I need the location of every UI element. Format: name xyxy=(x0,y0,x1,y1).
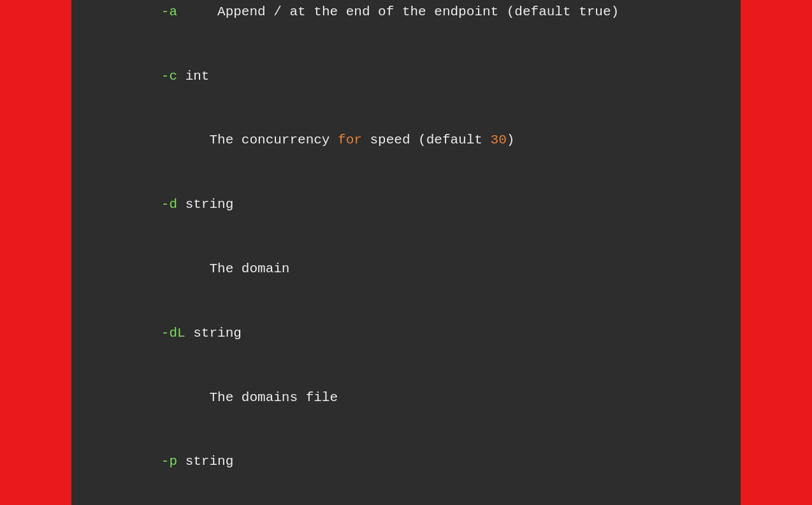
flag-c-paren-close: ) xyxy=(507,133,515,147)
flag-dl-desc-line: The domains file xyxy=(97,365,715,430)
flag-c-desc-indent: The concurrency xyxy=(145,133,338,147)
flag-d-desc-line: The domain xyxy=(97,237,715,301)
flag-c: -c xyxy=(145,69,177,84)
flag-c-header-line: -c int xyxy=(97,44,715,108)
flag-dl-type: string xyxy=(185,326,242,340)
flag-c-default-val: 30 xyxy=(491,133,507,147)
flag-p-desc-line: The parameters to gen wordlist xyxy=(97,494,715,505)
flag-a-description: Append / at the end of the endpoint (def… xyxy=(177,4,619,19)
flag-d-description: The domain xyxy=(145,261,290,276)
flag-p-header-line: -p string xyxy=(97,430,715,494)
flag-c-desc-rest: speed (default xyxy=(362,133,491,147)
flag-c-desc-line: The concurrency for speed (default 30) xyxy=(97,108,715,173)
flag-d: -d xyxy=(145,197,177,212)
flag-c-type: int xyxy=(177,69,209,84)
flag-dl-description: The domains file xyxy=(145,390,338,405)
flag-dl: -dL xyxy=(145,326,185,340)
flag-a-line: -a Append / at the end of the endpoint (… xyxy=(97,0,715,44)
terminal-content: Usage of wordlistgen: -a Append / at the… xyxy=(71,0,741,505)
flag-a: -a xyxy=(145,4,177,19)
terminal-window: Usage of wordlistgen: -a Append / at the… xyxy=(71,0,741,505)
flag-p-type: string xyxy=(177,454,233,469)
flag-d-type: string xyxy=(177,197,233,212)
flag-c-for: for xyxy=(338,133,362,147)
flag-dl-header-line: -dL string xyxy=(97,301,715,365)
flag-d-header-line: -d string xyxy=(97,173,715,237)
flag-p: -p xyxy=(145,454,177,469)
